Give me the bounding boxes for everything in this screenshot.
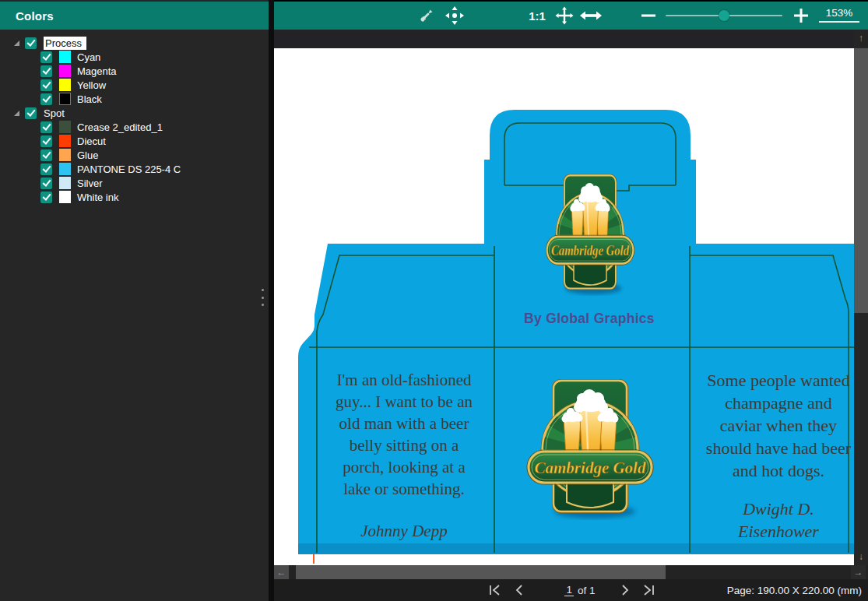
fit-page-button[interactable] <box>553 2 576 30</box>
pan-tool-button[interactable] <box>444 2 466 30</box>
tree-group-spot[interactable]: Spot <box>0 106 269 120</box>
zoom-percent-field[interactable]: 153% <box>819 7 859 23</box>
color-swatch <box>59 121 71 133</box>
color-swatch <box>59 191 71 203</box>
checkbox[interactable] <box>40 65 52 77</box>
color-swatch <box>59 65 71 77</box>
group-label: Process <box>44 37 86 50</box>
zoom-out-button[interactable] <box>638 2 659 30</box>
document-viewport: Cambridge Gold By Global Graphics <box>274 30 868 579</box>
last-page-button[interactable] <box>643 579 655 601</box>
arrow-down-icon: ↓ <box>854 548 868 565</box>
tree-item-yellow[interactable]: Yellow <box>0 78 269 92</box>
eyedropper-icon <box>418 7 435 24</box>
brand-byline: By Global Graphics <box>496 311 683 327</box>
actual-size-button[interactable]: 1:1 <box>526 2 548 30</box>
quote-right-author: Dwight D. Eisenhower <box>712 497 845 543</box>
item-label: Silver <box>77 177 103 189</box>
arrow-right-icon: → <box>851 565 866 579</box>
first-page-icon <box>489 585 501 596</box>
arrow-left-icon: ← <box>274 565 289 579</box>
horizontal-scrollbar[interactable]: ← → <box>274 565 868 579</box>
checkbox[interactable] <box>40 93 52 105</box>
horizontal-scrollbar-thumb[interactable] <box>296 565 666 579</box>
item-label: Magenta <box>77 65 117 77</box>
scroll-down-button[interactable]: ↓ <box>854 548 868 565</box>
next-page-button[interactable] <box>621 579 629 601</box>
checkbox[interactable] <box>40 192 52 203</box>
minus-icon <box>641 14 655 17</box>
eyedropper-tool-button[interactable] <box>417 2 436 30</box>
page-count-label: of 1 <box>578 585 596 596</box>
checkbox[interactable] <box>40 51 52 63</box>
fit-width-icon <box>580 10 602 21</box>
color-swatch <box>59 177 71 189</box>
checkbox[interactable] <box>40 149 52 161</box>
group-label: Spot <box>44 107 65 119</box>
vertical-scrollbar-thumb[interactable] <box>854 48 868 313</box>
last-page-icon <box>643 585 655 596</box>
vertical-scrollbar[interactable]: ↑ ↓ <box>854 30 868 565</box>
item-label: Diecut <box>77 135 106 147</box>
scroll-right-button[interactable]: → <box>851 565 866 579</box>
scroll-left-button[interactable]: ← <box>274 565 289 579</box>
checkbox[interactable] <box>40 79 52 91</box>
tree-item-glue[interactable]: Glue <box>0 148 269 162</box>
scroll-up-button[interactable]: ↑ <box>854 30 868 47</box>
checkbox[interactable] <box>40 135 52 147</box>
fit-width-button[interactable] <box>579 2 603 30</box>
previous-page-button[interactable] <box>515 579 523 601</box>
color-swatch <box>59 135 71 147</box>
color-swatch <box>59 163 71 175</box>
viewer-toolbar: 1:1 153% <box>274 2 868 30</box>
document-page: Cambridge Gold By Global Graphics <box>274 48 854 565</box>
colors-panel: Colors Process Cyan Magenta Yellow Black <box>0 0 269 601</box>
tree-item-diecut[interactable]: Diecut <box>0 134 269 148</box>
panel-title: Colors <box>16 9 54 23</box>
zoom-slider-knob[interactable] <box>719 10 729 21</box>
quote-right: Some people wanted champagne and caviar … <box>687 369 854 543</box>
tree-item-cyan[interactable]: Cyan <box>0 50 269 64</box>
panel-resize-handle[interactable] <box>262 289 265 306</box>
fit-page-icon <box>554 5 575 26</box>
color-swatch <box>59 149 71 161</box>
color-swatch <box>59 79 71 91</box>
page-number-field[interactable]: 1 <box>564 584 574 596</box>
item-label: Cyan <box>77 51 100 63</box>
tree-item-magenta[interactable]: Magenta <box>0 64 269 78</box>
status-bar: 1 of 1 Page: 190.00 X 220.00 (mm) <box>274 579 868 601</box>
expander-icon[interactable] <box>14 40 19 46</box>
quote-left-author: Johnny Depp <box>311 520 497 542</box>
quote-left: I'm an old-fashioned guy... I want to be… <box>311 369 497 542</box>
checkbox[interactable] <box>40 177 52 189</box>
item-label: Black <box>77 93 102 105</box>
ratio-label: 1:1 <box>529 9 546 23</box>
checkbox[interactable] <box>25 107 37 119</box>
panel-divider[interactable] <box>269 0 274 601</box>
move-tool-icon <box>445 5 465 26</box>
item-label: Crease 2_edited_1 <box>77 121 163 133</box>
plus-icon <box>794 9 808 23</box>
checkbox[interactable] <box>25 37 37 49</box>
tree-item-pantone[interactable]: PANTONE DS 225-4 C <box>0 162 269 176</box>
chevron-right-icon <box>621 585 629 596</box>
zoom-slider[interactable] <box>666 15 782 16</box>
arrow-up-icon: ↑ <box>854 30 868 47</box>
color-swatch <box>59 51 71 63</box>
item-label: White ink <box>77 192 118 203</box>
tree-item-white-ink[interactable]: White ink <box>0 190 269 204</box>
tree-item-crease[interactable]: Crease 2_edited_1 <box>0 120 269 134</box>
checkbox[interactable] <box>40 163 52 175</box>
color-separation-tree: Process Cyan Magenta Yellow Black Spot <box>0 36 269 204</box>
first-page-button[interactable] <box>489 579 501 601</box>
expander-icon[interactable] <box>14 111 19 116</box>
zoom-in-button[interactable] <box>791 2 811 30</box>
checkbox[interactable] <box>40 121 52 133</box>
tree-item-silver[interactable]: Silver <box>0 176 269 190</box>
item-label: PANTONE DS 225-4 C <box>77 163 181 175</box>
tree-group-process[interactable]: Process <box>0 36 269 50</box>
tree-item-black[interactable]: Black <box>0 92 269 106</box>
item-label: Glue <box>77 149 98 161</box>
chevron-left-icon <box>515 585 523 596</box>
page-indicator: 1 of 1 <box>546 579 613 601</box>
